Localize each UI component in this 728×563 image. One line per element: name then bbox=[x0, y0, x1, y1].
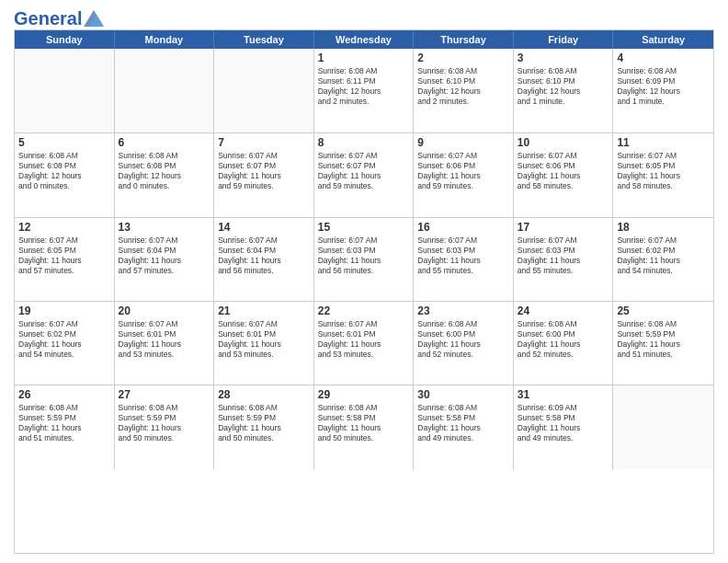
day-number: 26 bbox=[18, 388, 110, 401]
cell-info: Sunrise: 6:08 AM Sunset: 6:09 PM Dayligh… bbox=[617, 66, 710, 107]
calendar-cell: 17Sunrise: 6:07 AM Sunset: 6:03 PM Dayli… bbox=[514, 218, 614, 301]
cell-info: Sunrise: 6:08 AM Sunset: 6:10 PM Dayligh… bbox=[417, 66, 509, 107]
day-number: 18 bbox=[617, 221, 710, 234]
day-number: 23 bbox=[417, 304, 509, 317]
day-number: 8 bbox=[318, 136, 410, 149]
cell-info: Sunrise: 6:08 AM Sunset: 5:58 PM Dayligh… bbox=[318, 403, 410, 443]
cell-info: Sunrise: 6:07 AM Sunset: 6:04 PM Dayligh… bbox=[119, 236, 210, 276]
calendar-cell: 22Sunrise: 6:07 AM Sunset: 6:01 PM Dayli… bbox=[314, 302, 415, 385]
day-number: 5 bbox=[18, 136, 110, 149]
cell-info: Sunrise: 6:07 AM Sunset: 6:06 PM Dayligh… bbox=[518, 151, 609, 191]
day-number: 9 bbox=[417, 136, 509, 149]
day-number: 16 bbox=[417, 221, 509, 234]
day-number: 28 bbox=[218, 388, 310, 401]
day-number: 29 bbox=[318, 388, 410, 401]
cell-info: Sunrise: 6:08 AM Sunset: 6:08 PM Dayligh… bbox=[18, 151, 110, 191]
day-number: 11 bbox=[617, 136, 710, 149]
calendar-cell: 30Sunrise: 6:08 AM Sunset: 5:58 PM Dayli… bbox=[414, 385, 514, 468]
day-number: 27 bbox=[119, 388, 210, 401]
day-number: 1 bbox=[318, 52, 410, 64]
calendar-cell: 29Sunrise: 6:08 AM Sunset: 5:58 PM Dayli… bbox=[314, 385, 415, 468]
calendar-row: 1Sunrise: 6:08 AM Sunset: 6:11 PM Daylig… bbox=[15, 49, 713, 132]
calendar-cell: 11Sunrise: 6:07 AM Sunset: 6:05 PM Dayli… bbox=[613, 133, 713, 216]
day-number: 14 bbox=[218, 221, 310, 234]
calendar-cell: 7Sunrise: 6:07 AM Sunset: 6:07 PM Daylig… bbox=[214, 133, 314, 216]
calendar-cell bbox=[15, 49, 115, 132]
weekday-header: Wednesday bbox=[314, 30, 415, 49]
calendar-cell: 25Sunrise: 6:08 AM Sunset: 5:59 PM Dayli… bbox=[613, 302, 713, 385]
cell-info: Sunrise: 6:07 AM Sunset: 6:03 PM Dayligh… bbox=[518, 236, 609, 276]
calendar-cell: 27Sunrise: 6:08 AM Sunset: 5:59 PM Dayli… bbox=[115, 385, 215, 468]
calendar-row: 5Sunrise: 6:08 AM Sunset: 6:08 PM Daylig… bbox=[15, 132, 713, 216]
calendar-cell: 4Sunrise: 6:08 AM Sunset: 6:09 PM Daylig… bbox=[613, 49, 713, 132]
cell-info: Sunrise: 6:08 AM Sunset: 5:59 PM Dayligh… bbox=[18, 403, 110, 443]
day-number: 24 bbox=[518, 304, 609, 317]
calendar-cell: 13Sunrise: 6:07 AM Sunset: 6:04 PM Dayli… bbox=[115, 218, 215, 301]
cell-info: Sunrise: 6:08 AM Sunset: 6:00 PM Dayligh… bbox=[518, 319, 609, 360]
day-number: 3 bbox=[518, 52, 609, 64]
cell-info: Sunrise: 6:07 AM Sunset: 6:02 PM Dayligh… bbox=[18, 319, 110, 360]
day-number: 22 bbox=[318, 304, 410, 317]
calendar-cell: 19Sunrise: 6:07 AM Sunset: 6:02 PM Dayli… bbox=[15, 302, 115, 385]
calendar-row: 19Sunrise: 6:07 AM Sunset: 6:02 PM Dayli… bbox=[15, 301, 713, 385]
calendar-body: 1Sunrise: 6:08 AM Sunset: 6:11 PM Daylig… bbox=[15, 49, 713, 553]
calendar-cell: 1Sunrise: 6:08 AM Sunset: 6:11 PM Daylig… bbox=[314, 49, 415, 132]
cell-info: Sunrise: 6:08 AM Sunset: 6:00 PM Dayligh… bbox=[417, 319, 509, 360]
cell-info: Sunrise: 6:08 AM Sunset: 6:10 PM Dayligh… bbox=[518, 66, 609, 107]
day-number: 4 bbox=[617, 52, 710, 64]
calendar-row: 12Sunrise: 6:07 AM Sunset: 6:05 PM Dayli… bbox=[15, 217, 713, 301]
cell-info: Sunrise: 6:07 AM Sunset: 6:04 PM Dayligh… bbox=[218, 236, 310, 276]
calendar-cell: 23Sunrise: 6:08 AM Sunset: 6:00 PM Dayli… bbox=[414, 302, 514, 385]
header: General bbox=[14, 9, 714, 24]
cell-info: Sunrise: 6:07 AM Sunset: 6:07 PM Dayligh… bbox=[218, 151, 310, 191]
page: General SundayMondayTuesdayWednesdayThur… bbox=[0, 0, 728, 563]
cell-info: Sunrise: 6:08 AM Sunset: 6:08 PM Dayligh… bbox=[119, 151, 210, 191]
day-number: 31 bbox=[518, 388, 609, 401]
calendar-row: 26Sunrise: 6:08 AM Sunset: 5:59 PM Dayli… bbox=[15, 385, 713, 468]
day-number: 15 bbox=[318, 221, 410, 234]
day-number: 19 bbox=[18, 304, 110, 317]
day-number: 25 bbox=[617, 304, 710, 317]
weekday-header: Monday bbox=[115, 30, 215, 49]
calendar-cell: 16Sunrise: 6:07 AM Sunset: 6:03 PM Dayli… bbox=[414, 218, 514, 301]
cell-info: Sunrise: 6:08 AM Sunset: 5:59 PM Dayligh… bbox=[617, 319, 710, 360]
day-number: 17 bbox=[518, 221, 609, 234]
calendar-cell: 14Sunrise: 6:07 AM Sunset: 6:04 PM Dayli… bbox=[214, 218, 314, 301]
calendar-cell bbox=[613, 385, 713, 468]
calendar-cell: 12Sunrise: 6:07 AM Sunset: 6:05 PM Dayli… bbox=[15, 218, 115, 301]
day-number: 21 bbox=[218, 304, 310, 317]
day-number: 12 bbox=[18, 221, 110, 234]
day-number: 20 bbox=[119, 304, 210, 317]
weekday-header: Tuesday bbox=[214, 30, 314, 49]
calendar-cell: 31Sunrise: 6:09 AM Sunset: 5:58 PM Dayli… bbox=[514, 385, 614, 468]
cell-info: Sunrise: 6:07 AM Sunset: 6:01 PM Dayligh… bbox=[318, 319, 410, 360]
calendar-cell bbox=[214, 49, 314, 132]
calendar-cell: 28Sunrise: 6:08 AM Sunset: 5:59 PM Dayli… bbox=[214, 385, 314, 468]
cell-info: Sunrise: 6:07 AM Sunset: 6:03 PM Dayligh… bbox=[318, 236, 410, 276]
calendar-cell: 15Sunrise: 6:07 AM Sunset: 6:03 PM Dayli… bbox=[314, 218, 415, 301]
calendar-cell: 9Sunrise: 6:07 AM Sunset: 6:06 PM Daylig… bbox=[414, 133, 514, 216]
cell-info: Sunrise: 6:08 AM Sunset: 5:58 PM Dayligh… bbox=[417, 403, 509, 443]
calendar-cell: 10Sunrise: 6:07 AM Sunset: 6:06 PM Dayli… bbox=[514, 133, 614, 216]
calendar-header: SundayMondayTuesdayWednesdayThursdayFrid… bbox=[15, 30, 713, 49]
calendar: SundayMondayTuesdayWednesdayThursdayFrid… bbox=[14, 29, 714, 554]
calendar-cell: 5Sunrise: 6:08 AM Sunset: 6:08 PM Daylig… bbox=[15, 133, 115, 216]
cell-info: Sunrise: 6:07 AM Sunset: 6:01 PM Dayligh… bbox=[218, 319, 310, 360]
weekday-header: Thursday bbox=[414, 30, 514, 49]
calendar-cell: 6Sunrise: 6:08 AM Sunset: 6:08 PM Daylig… bbox=[115, 133, 215, 216]
calendar-cell: 18Sunrise: 6:07 AM Sunset: 6:02 PM Dayli… bbox=[613, 218, 713, 301]
cell-info: Sunrise: 6:07 AM Sunset: 6:05 PM Dayligh… bbox=[617, 151, 710, 191]
weekday-header: Sunday bbox=[15, 30, 115, 49]
calendar-cell: 2Sunrise: 6:08 AM Sunset: 6:10 PM Daylig… bbox=[414, 49, 514, 132]
calendar-cell: 8Sunrise: 6:07 AM Sunset: 6:07 PM Daylig… bbox=[314, 133, 415, 216]
logo-text: General bbox=[14, 9, 104, 28]
calendar-cell: 21Sunrise: 6:07 AM Sunset: 6:01 PM Dayli… bbox=[214, 302, 314, 385]
cell-info: Sunrise: 6:08 AM Sunset: 5:59 PM Dayligh… bbox=[218, 403, 310, 443]
calendar-cell: 20Sunrise: 6:07 AM Sunset: 6:01 PM Dayli… bbox=[115, 302, 215, 385]
cell-info: Sunrise: 6:09 AM Sunset: 5:58 PM Dayligh… bbox=[518, 403, 609, 443]
calendar-cell: 3Sunrise: 6:08 AM Sunset: 6:10 PM Daylig… bbox=[514, 49, 614, 132]
day-number: 13 bbox=[119, 221, 210, 234]
cell-info: Sunrise: 6:07 AM Sunset: 6:06 PM Dayligh… bbox=[417, 151, 509, 191]
cell-info: Sunrise: 6:08 AM Sunset: 6:11 PM Dayligh… bbox=[318, 66, 410, 107]
day-number: 10 bbox=[518, 136, 609, 149]
